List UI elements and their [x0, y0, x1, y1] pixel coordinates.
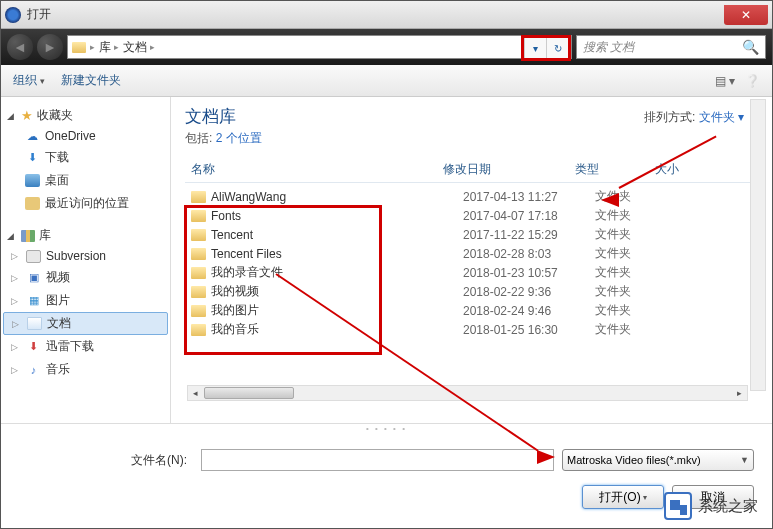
horizontal-scrollbar[interactable]: ◂ ▸ [187, 385, 748, 401]
sidebar-item-icon: ⬇ [25, 151, 40, 164]
sidebar-favorite-item[interactable]: 最近访问的位置 [3, 192, 168, 215]
sidebar-favorite-item[interactable]: 桌面 [3, 169, 168, 192]
view-options-button[interactable]: ▤ ▾ [715, 74, 735, 88]
file-name: Tencent Files [211, 247, 463, 261]
sidebar-item-label: 桌面 [45, 172, 69, 189]
content-pane: 文档库 包括: 2 个位置 排列方式: 文件夹 ▾ 名称 修改日期 类型 大小 … [171, 97, 772, 423]
expand-icon: ▷ [11, 365, 21, 375]
file-type: 文件夹 [595, 207, 675, 224]
sidebar-item-icon [25, 197, 40, 210]
file-list: AliWangWang2017-04-13 11:27文件夹Fonts2017-… [185, 187, 762, 339]
filename-input[interactable] [201, 449, 554, 471]
titlebar: 打开 ✕ [1, 1, 772, 29]
back-button[interactable]: ◄ [7, 34, 33, 60]
sidebar-item-label: 视频 [46, 269, 70, 286]
file-row[interactable]: 我的录音文件2018-01-23 10:57文件夹 [185, 263, 762, 282]
sidebar-item-icon: ♪ [26, 363, 41, 376]
close-button[interactable]: ✕ [724, 5, 768, 25]
sidebar-item-label: 音乐 [46, 361, 70, 378]
folder-icon [191, 210, 206, 222]
organize-button[interactable]: 组织 ▾ [13, 72, 45, 89]
annotation-arrow-1-head [601, 193, 619, 207]
sidebar-library-item[interactable]: ▷Subversion [3, 246, 168, 266]
file-row[interactable]: AliWangWang2017-04-13 11:27文件夹 [185, 187, 762, 206]
scroll-left-icon[interactable]: ◂ [188, 386, 203, 400]
libraries-header[interactable]: ◢库 [3, 225, 168, 246]
file-name: Tencent [211, 228, 463, 242]
search-placeholder: 搜索 文档 [583, 39, 634, 56]
sidebar-item-icon: ☁ [25, 130, 40, 143]
resize-gripper[interactable]: • • • • • [1, 423, 772, 433]
chevron-right-icon: ▸ [90, 42, 95, 52]
breadcrumb-documents[interactable]: 文档 ▸ [123, 39, 155, 56]
file-row[interactable]: Fonts2017-04-07 17:18文件夹 [185, 206, 762, 225]
history-dropdown-button[interactable]: ▾ [524, 38, 546, 58]
sidebar-favorite-item[interactable]: ⬇下载 [3, 146, 168, 169]
sidebar-item-label: 下载 [45, 149, 69, 166]
new-folder-button[interactable]: 新建文件夹 [61, 72, 121, 89]
breadcrumb-library[interactable]: 库 ▸ [99, 39, 119, 56]
file-row[interactable]: 我的视频2018-02-22 9:36文件夹 [185, 282, 762, 301]
sort-dropdown[interactable]: 文件夹 ▾ [699, 110, 744, 124]
file-type-filter[interactable]: Matroska Video files(*.mkv)▼ [562, 449, 754, 471]
sidebar-item-label: OneDrive [45, 129, 96, 143]
sort-control: 排列方式: 文件夹 ▾ [644, 109, 744, 126]
footer: 文件名(N): Matroska Video files(*.mkv)▼ 打开(… [1, 433, 772, 521]
app-icon [5, 7, 21, 23]
navbar: ◄ ► ▸ 库 ▸ 文档 ▸ ▾ ↻ 搜索 文档 🔍 [1, 29, 772, 65]
scroll-thumb[interactable] [204, 387, 294, 399]
expand-icon: ▷ [11, 251, 21, 261]
file-name: 我的音乐 [211, 321, 463, 338]
sidebar-item-icon: ▣ [26, 271, 41, 284]
folder-icon [191, 229, 206, 241]
sidebar-library-item[interactable]: ▷♪音乐 [3, 358, 168, 381]
file-name: 我的录音文件 [211, 264, 463, 281]
sidebar-favorite-item[interactable]: ☁OneDrive [3, 126, 168, 146]
file-type: 文件夹 [595, 283, 675, 300]
col-name[interactable]: 名称 [185, 161, 443, 178]
favorites-header[interactable]: ◢★收藏夹 [3, 105, 168, 126]
watermark-text: 系统之家 [698, 497, 758, 516]
address-bar[interactable]: ▸ 库 ▸ 文档 ▸ ▾ ↻ [67, 35, 572, 59]
search-input[interactable]: 搜索 文档 🔍 [576, 35, 766, 59]
sidebar-item-label: 图片 [46, 292, 70, 309]
file-type: 文件夹 [595, 226, 675, 243]
forward-button[interactable]: ► [37, 34, 63, 60]
file-type: 文件夹 [595, 264, 675, 281]
expand-icon: ▷ [11, 273, 21, 283]
file-name: AliWangWang [211, 190, 463, 204]
sidebar-library-item[interactable]: ▷▣视频 [3, 266, 168, 289]
file-type: 文件夹 [595, 245, 675, 262]
folder-icon [191, 191, 206, 203]
sidebar-library-item[interactable]: ▷⬇迅雷下载 [3, 335, 168, 358]
sidebar-library-item[interactable]: ▷▦图片 [3, 289, 168, 312]
sidebar-item-icon: ⬇ [26, 340, 41, 353]
file-date: 2017-11-22 15:29 [463, 228, 595, 242]
help-button[interactable]: ❔ [745, 74, 760, 88]
sidebar-item-label: 迅雷下载 [46, 338, 94, 355]
sidebar: ◢★收藏夹 ☁OneDrive⬇下载桌面最近访问的位置 ◢库 ▷Subversi… [1, 97, 171, 423]
open-button[interactable]: 打开(O)▾ [582, 485, 664, 509]
locations-link[interactable]: 2 个位置 [216, 131, 262, 145]
col-date[interactable]: 修改日期 [443, 161, 575, 178]
refresh-button[interactable]: ↻ [546, 38, 568, 58]
filename-label: 文件名(N): [19, 452, 193, 469]
file-name: Fonts [211, 209, 463, 223]
file-row[interactable]: 我的音乐2018-01-25 16:30文件夹 [185, 320, 762, 339]
expand-icon: ▷ [11, 296, 21, 306]
sidebar-item-icon: ▦ [26, 294, 41, 307]
window-title: 打开 [27, 6, 724, 23]
file-row[interactable]: Tencent Files2018-02-28 8:03文件夹 [185, 244, 762, 263]
scroll-right-icon[interactable]: ▸ [732, 386, 747, 400]
file-row[interactable]: 我的图片2018-02-24 9:46文件夹 [185, 301, 762, 320]
file-name: 我的视频 [211, 283, 463, 300]
file-date: 2017-04-13 11:27 [463, 190, 595, 204]
file-date: 2018-02-24 9:46 [463, 304, 595, 318]
file-row[interactable]: Tencent2017-11-22 15:29文件夹 [185, 225, 762, 244]
library-subtitle: 包括: 2 个位置 [185, 130, 762, 147]
watermark: 系统之家 [664, 492, 758, 520]
sidebar-library-item[interactable]: ▷文档 [3, 312, 168, 335]
vertical-scrollbar[interactable] [750, 99, 766, 391]
file-type: 文件夹 [595, 302, 675, 319]
column-headers: 名称 修改日期 类型 大小 [185, 161, 762, 183]
